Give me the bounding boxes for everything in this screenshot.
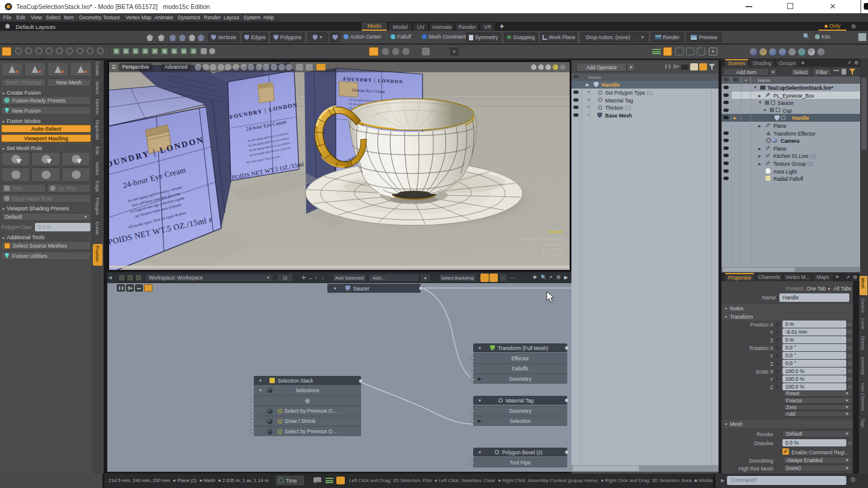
svg-text:Vertices: 4: Vertices: 4 xyxy=(544,242,564,246)
svg-text:D: 2.193 m: D: 2.193 m xyxy=(543,253,564,257)
svg-text:Guide: Guide xyxy=(549,229,562,234)
svg-text:W: 1.900 m: W: 1.900 m xyxy=(542,248,564,252)
svg-text:Polygon: Camera Back: Polygon: Camera Back xyxy=(520,237,564,242)
